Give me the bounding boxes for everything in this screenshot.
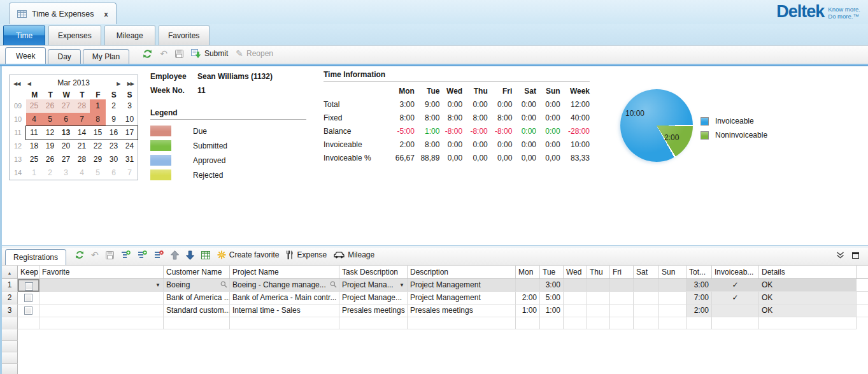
project-name-cell[interactable]: Boeing - Change manage...	[230, 279, 339, 292]
day-hours-cell[interactable]	[587, 305, 610, 317]
calendar-day[interactable]: 26	[42, 153, 58, 166]
task-description-cell[interactable]: Presales meetings	[339, 305, 408, 317]
delete-row-button[interactable]	[154, 250, 164, 259]
tab-expenses[interactable]: Expenses	[48, 25, 101, 45]
calendar-day[interactable]: 23	[106, 140, 122, 153]
expense-button[interactable]: Expense	[286, 250, 327, 259]
refresh-button[interactable]	[143, 49, 152, 59]
customer-name-cell[interactable]: Boeing	[164, 279, 230, 292]
calendar-prev-year-icon[interactable]: ◀◀	[13, 81, 20, 87]
calendar-day[interactable]: 6	[106, 166, 122, 180]
create-favorite-button[interactable]: Create favorite	[217, 250, 280, 259]
description-cell[interactable]: Project Management	[408, 292, 516, 305]
row-number[interactable]: 3	[2, 305, 18, 317]
grid-save-button[interactable]	[106, 251, 114, 259]
keep-cell[interactable]	[18, 305, 39, 317]
reopen-button[interactable]: ✎ Reopen	[236, 49, 273, 58]
calendar-day[interactable]: 24	[122, 140, 138, 153]
save-button[interactable]	[175, 50, 183, 58]
day-hours-cell[interactable]	[587, 292, 610, 305]
tab-favorites[interactable]: Favorites	[159, 25, 210, 45]
col-header-keep[interactable]: Keep	[18, 266, 39, 279]
tab-mileage[interactable]: Mileage	[104, 25, 155, 45]
description-cell[interactable]: Project Management	[408, 279, 516, 292]
calendar-day[interactable]: 7	[122, 166, 138, 180]
col-header-thu[interactable]: Thu	[587, 266, 610, 279]
day-hours-cell[interactable]: 3:00	[540, 279, 564, 292]
calendar-day[interactable]: 7	[74, 113, 90, 126]
calendar-day[interactable]: 12	[42, 126, 58, 140]
col-header-total[interactable]: Tot...	[687, 266, 712, 279]
day-hours-cell[interactable]: 1:00	[516, 305, 540, 317]
calendar-day[interactable]: 14	[74, 126, 90, 140]
day-hours-cell[interactable]	[659, 305, 687, 317]
calendar-day[interactable]: 17	[122, 126, 138, 140]
grid-view-button[interactable]	[201, 251, 210, 259]
calendar-day[interactable]: 9	[106, 113, 122, 126]
col-header-mon[interactable]: Mon	[516, 266, 540, 279]
calendar-day[interactable]: 25	[26, 99, 42, 113]
keep-checkbox[interactable]	[25, 282, 33, 291]
day-hours-cell[interactable]	[516, 279, 540, 292]
calendar-day[interactable]: 2	[42, 166, 58, 180]
day-hours-cell[interactable]: 1:00	[540, 305, 564, 317]
calendar-day[interactable]: 13	[58, 126, 74, 140]
calendar-day[interactable]: 4	[74, 166, 90, 180]
dropdown-arrow-icon[interactable]: ▼	[399, 279, 404, 291]
grid-corner-header[interactable]: ▲	[2, 266, 18, 279]
customer-name-cell[interactable]: Standard custom...	[164, 305, 230, 317]
maximize-panel-button[interactable]	[852, 252, 859, 259]
move-up-button[interactable]	[171, 250, 179, 260]
calendar-day[interactable]: 3	[122, 99, 138, 113]
day-hours-cell[interactable]	[587, 279, 610, 292]
calendar-day[interactable]: 8	[90, 113, 106, 126]
col-header-task-description[interactable]: Task Description	[339, 266, 408, 279]
customer-name-cell[interactable]: Bank of America ...	[164, 292, 230, 305]
keep-cell[interactable]	[18, 279, 39, 292]
keep-cell[interactable]	[18, 292, 39, 305]
col-header-wed[interactable]: Wed	[564, 266, 587, 279]
calendar-day[interactable]: 28	[74, 99, 90, 113]
col-header-sun[interactable]: Sun	[659, 266, 687, 279]
insert-row-button[interactable]	[138, 250, 147, 259]
collapse-panel-button[interactable]	[836, 252, 844, 259]
calendar-day[interactable]: 30	[106, 153, 122, 166]
calendar-day[interactable]: 18	[26, 140, 42, 153]
description-cell[interactable]: Presales meetings	[408, 305, 516, 317]
project-name-cell[interactable]: Bank of America - Main contr...	[230, 292, 339, 305]
view-tab-my-plan[interactable]: My Plan	[83, 49, 129, 64]
day-hours-cell[interactable]	[659, 292, 687, 305]
favorite-cell[interactable]	[39, 292, 164, 305]
undo-button[interactable]: ↶	[160, 49, 167, 58]
move-down-button[interactable]	[186, 250, 194, 260]
task-description-cell[interactable]: Project Manage...	[339, 292, 408, 305]
calendar-day[interactable]: 20	[58, 140, 74, 153]
col-header-description[interactable]: Description	[408, 266, 516, 279]
col-header-details[interactable]: Details	[759, 266, 857, 279]
calendar-day[interactable]: 27	[58, 153, 74, 166]
calendar-day[interactable]: 10	[122, 113, 138, 126]
calendar-day[interactable]: 26	[42, 99, 58, 113]
day-hours-cell[interactable]	[610, 305, 634, 317]
day-hours-cell[interactable]	[634, 292, 659, 305]
tab-registrations[interactable]: Registrations	[5, 249, 66, 265]
col-header-project-name[interactable]: Project Name	[230, 266, 339, 279]
day-hours-cell[interactable]	[610, 279, 634, 292]
calendar-day[interactable]: 1	[90, 99, 106, 113]
calendar-day[interactable]: 27	[58, 99, 74, 113]
calendar-day[interactable]: 21	[74, 140, 90, 153]
day-hours-cell[interactable]	[610, 292, 634, 305]
col-header-sat[interactable]: Sat	[634, 266, 659, 279]
calendar-next-year-icon[interactable]: ▶▶	[127, 81, 134, 87]
mileage-button[interactable]: Mileage	[334, 250, 374, 259]
add-row-button[interactable]	[121, 250, 131, 259]
calendar-day[interactable]: 16	[106, 126, 122, 140]
dropdown-arrow-icon[interactable]: ▼	[155, 279, 160, 291]
submit-button[interactable]: Submit	[191, 49, 228, 59]
window-tab-time-expenses[interactable]: Time & Expenses x	[9, 3, 117, 24]
day-hours-cell[interactable]	[634, 279, 659, 292]
keep-checkbox[interactable]	[24, 294, 32, 302]
keep-checkbox[interactable]	[24, 306, 32, 315]
col-header-fri[interactable]: Fri	[610, 266, 634, 279]
favorite-cell[interactable]	[39, 305, 164, 317]
